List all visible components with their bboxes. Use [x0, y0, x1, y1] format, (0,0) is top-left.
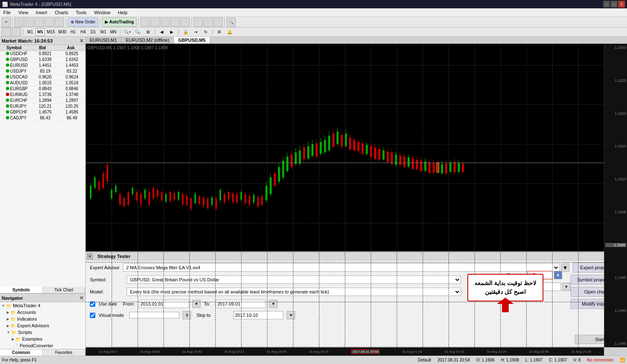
settings-button[interactable]: ⚙: [215, 28, 224, 36]
menu-file[interactable]: File: [2, 10, 13, 15]
tab-tick-chart[interactable]: Tick Chart: [43, 287, 85, 293]
time-label-8: 31 Aug 21:52: [444, 350, 464, 354]
expert-button[interactable]: ⚙: [214, 18, 223, 27]
close-button[interactable]: ✕: [618, 1, 625, 8]
list-item[interactable]: USDJPY 83.19 83.22: [0, 68, 85, 74]
mw-bid-usdchf: 0.8921: [32, 51, 59, 56]
list-item[interactable]: EURGBP 0.8843 0.8846: [0, 86, 85, 92]
list-item[interactable]: EURAUD 1.3736 1.3748: [0, 92, 85, 98]
nav-arrow-accounts: ▶: [7, 311, 9, 314]
maximize-button[interactable]: □: [611, 1, 617, 8]
signal-icon: 📶: [620, 358, 625, 362]
nav-item-indicators[interactable]: ▶ 📁 Indicators: [0, 316, 85, 322]
menu-tools[interactable]: Tools: [74, 10, 88, 15]
line-chart-button[interactable]: ╱: [2, 28, 11, 37]
menu-charts[interactable]: Charts: [53, 10, 70, 15]
list-item[interactable]: GBPCHF 1.4575 1.4585: [0, 109, 85, 115]
chart-tab-eurusd-m2[interactable]: EURUSD,M2 (offline): [122, 37, 174, 43]
list-item[interactable]: EURCHF 1.2894 1.2897: [0, 98, 85, 104]
mw-dot-gbpchf: [6, 110, 9, 114]
annotation-line1: لاحظ توقيت بداية الشمعه: [474, 279, 536, 288]
list-item[interactable]: EURUSD 1.4451 1.4453: [0, 63, 85, 68]
arrow-tool-button[interactable]: ↗: [150, 18, 160, 27]
list-item[interactable]: EURJPY 120.21 120.25: [0, 104, 85, 109]
zoom-in-icon: +: [38, 20, 41, 24]
chart-shift-button[interactable]: ⇥: [191, 28, 200, 36]
nav-tab-common[interactable]: Common: [0, 349, 43, 356]
forward-button[interactable]: ▶: [25, 18, 34, 27]
zoom-in-tf-button[interactable]: 🔍+: [122, 28, 133, 36]
tf-m1-button[interactable]: M1: [25, 28, 35, 36]
mw-ask-eurjpy: 120.25: [59, 104, 85, 109]
bar-chart-button[interactable]: ┤: [12, 28, 21, 37]
mw-bid-eurjpy: 120.21: [32, 104, 59, 109]
nav-item-scripts[interactable]: ▼ 📁 Scripts: [0, 329, 85, 336]
mw-symbol-euraud: EURAUD: [0, 92, 32, 97]
alerts-button[interactable]: 🔔: [225, 28, 234, 36]
nav-item-accounts[interactable]: ▶ 📁 Accounts: [0, 309, 85, 316]
tf-w1-button[interactable]: W1: [99, 28, 108, 36]
expert-icon: ⚙: [217, 20, 220, 24]
tf-mn-button[interactable]: MN: [109, 28, 118, 36]
zoom-out-button[interactable]: ─: [45, 18, 54, 27]
profile-status: Default: [418, 358, 431, 362]
properties-button[interactable]: ⊞: [143, 28, 153, 36]
list-item[interactable]: CADJPY 86.43 86.49: [0, 115, 85, 121]
text-tool-button[interactable]: T: [161, 18, 170, 27]
menu-window[interactable]: Window: [92, 10, 112, 15]
indicators-button[interactable]: f: [194, 18, 203, 27]
back-button[interactable]: ◀: [15, 18, 24, 27]
autotrading-label: ▶ AutoTrading: [105, 20, 134, 24]
market-watch-close[interactable]: ✕: [79, 38, 84, 44]
alerts-icon: 🔔: [227, 30, 232, 34]
nav-folder-icon-expert-advisors: 📁: [10, 323, 16, 329]
nav-item-metatrader4[interactable]: ▼ 📁 MetaTrader 4: [0, 302, 85, 309]
price-label-4: 1.1515: [605, 144, 626, 148]
time-label-7: 31 Aug 21:20: [402, 350, 422, 354]
tf-m15-button[interactable]: M15: [46, 28, 56, 36]
tf-h4-button[interactable]: H4: [79, 28, 88, 36]
minimize-button[interactable]: ─: [603, 1, 610, 8]
objects-button[interactable]: ⊞: [204, 18, 213, 27]
menu-insert[interactable]: Insert: [34, 10, 49, 15]
zoom-out-tf-button[interactable]: 🔍-: [133, 28, 143, 36]
line-tool-button[interactable]: ╱: [140, 18, 150, 27]
tab-symbols[interactable]: Symbols: [0, 287, 43, 293]
scroll-left-button[interactable]: ◀: [157, 28, 166, 36]
nav-item-expert-advisors[interactable]: ▶ 📁 Expert Advisors: [0, 322, 85, 329]
menu-help[interactable]: Help: [116, 10, 129, 15]
nav-tab-favorites[interactable]: Favorites: [43, 349, 85, 356]
mw-symbol-usdjpy: USDJPY: [0, 68, 32, 74]
mw-ask-euraud: 1.3748: [59, 92, 85, 97]
nav-label-period-converter: PeriodConverter: [20, 343, 53, 348]
auto-scroll-button[interactable]: ↻: [201, 28, 210, 36]
tf-m5-button[interactable]: M5: [36, 28, 45, 36]
nav-item-period-converter[interactable]: 📄 PeriodConverter: [0, 342, 85, 349]
market-watch-title: Market Watch: 16:24:53: [2, 38, 79, 43]
lock-scroll-button[interactable]: 🔒: [181, 28, 190, 36]
list-item[interactable]: USDCHF 0.8921 0.8925: [0, 51, 85, 57]
menu-view[interactable]: View: [17, 10, 30, 15]
rect-tool-button[interactable]: ▭: [171, 18, 180, 27]
new-order-text-button[interactable]: ⊕ New Order: [68, 18, 98, 27]
list-item[interactable]: GBPUSD 1.6339 1.6342: [0, 57, 85, 63]
chart-tab-gbpusd-m5[interactable]: GBPUSD,M5: [174, 37, 210, 43]
crosshair-button[interactable]: ✛: [55, 18, 64, 27]
price-label-7: 1.1495: [605, 276, 626, 280]
list-item[interactable]: USDCAD 0.9620 0.9624: [0, 74, 85, 80]
tf-d1-button[interactable]: D1: [89, 28, 98, 36]
nav-item-examples[interactable]: ▶ 📁 Examples: [0, 336, 85, 342]
mw-dot-cadjpy: [6, 116, 9, 119]
search-button[interactable]: 🔍: [227, 18, 236, 27]
scroll-right-button[interactable]: ▶: [167, 28, 176, 36]
zoom-in-button[interactable]: +: [35, 18, 44, 27]
list-item[interactable]: AUDUSD 1.0515 1.0518: [0, 80, 85, 86]
mw-bid-usdcad: 0.9620: [32, 74, 59, 80]
chart-tab-eurusd-m1[interactable]: EURUSD,M1: [86, 37, 122, 43]
tf-h1-button[interactable]: H1: [69, 28, 78, 36]
ellipse-tool-button[interactable]: ○: [181, 18, 190, 27]
tf-m30-button[interactable]: M30: [57, 28, 67, 36]
navigator-close[interactable]: ✕: [79, 295, 84, 301]
autotrading-button[interactable]: ▶ AutoTrading: [102, 18, 137, 27]
new-order-button[interactable]: +: [2, 18, 11, 27]
